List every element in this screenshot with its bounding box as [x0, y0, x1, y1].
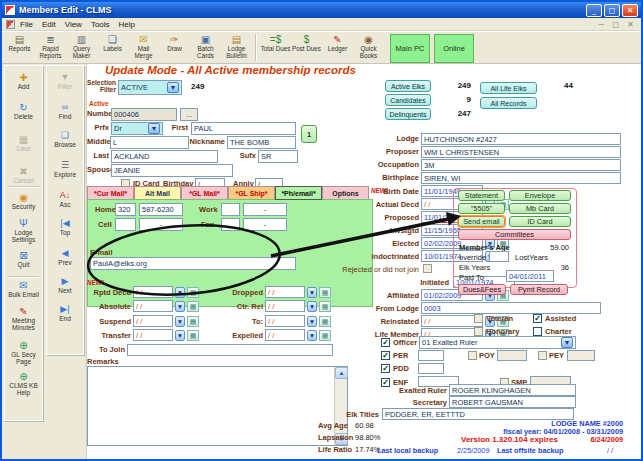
sidebar-item-quit[interactable]: ⊠Quit — [5, 250, 42, 268]
tab-cur-mail[interactable]: *Cur Mail* — [87, 186, 134, 199]
sidebar-item-security[interactable]: ◉Security — [5, 192, 42, 210]
toolbar-quick-books-button[interactable]: ◉Quick Books — [353, 33, 384, 62]
sidebar-item-asc[interactable]: A↓Asc — [47, 190, 83, 208]
restore-button[interactable]: ◻ — [604, 4, 620, 17]
toolbar-lodge-bulletin-button[interactable]: ▤Lodge Bulletin — [221, 33, 252, 62]
number-lookup-button[interactable]: ... — [180, 108, 198, 121]
exalted-ruler-field[interactable]: ROGER KLINGHAGEN — [449, 384, 576, 396]
sidebar-item-end[interactable]: ▶|End — [47, 304, 83, 322]
chevron-down-icon[interactable]: ▼ — [175, 301, 185, 312]
sidebar-item-browse[interactable]: ❏Browse — [47, 130, 83, 148]
menu-edit[interactable]: Edit — [42, 20, 56, 29]
sidebar-item-clms-kb-help[interactable]: ⊕CLMS KB Help — [5, 371, 42, 396]
fax-number-field[interactable]: - — [243, 218, 287, 231]
paid-to-field[interactable]: 04/01/2011 — [506, 270, 554, 282]
calendar-icon[interactable]: ▦ — [187, 330, 199, 341]
work-number-field[interactable]: - — [243, 203, 287, 216]
tab-gl-ship[interactable]: *GL Ship* — [228, 186, 275, 199]
override-field[interactable] — [489, 251, 509, 262]
candidates-button[interactable]: Candidates — [385, 94, 431, 106]
nickname-field[interactable]: THE BOMB — [227, 136, 296, 149]
toolbar-reports-button[interactable]: ▤Reports — [4, 33, 35, 62]
toolbar-labels-button[interactable]: ❏Labels — [97, 33, 128, 62]
chevron-down-icon[interactable]: ▼ — [167, 82, 179, 93]
last-name-field[interactable]: ACKLAND — [111, 150, 218, 163]
middle-name-field[interactable]: L — [110, 136, 189, 149]
calendar-icon[interactable]: ▦ — [187, 316, 199, 327]
remarks-textarea[interactable]: ▲ ▼ — [87, 366, 348, 446]
chevron-down-icon[interactable]: ▼ — [561, 337, 573, 348]
menu-view[interactable]: View — [65, 20, 82, 29]
menu-file[interactable]: File — [20, 20, 33, 29]
mdi-window-controls[interactable]: ─ ◻ ✕ — [599, 20, 637, 29]
poy-field[interactable] — [497, 350, 527, 361]
status-rptd-decd-field[interactable]: / / — [133, 286, 173, 298]
sidebar-item-add[interactable]: ✚Add — [5, 72, 42, 90]
status-transfer-field[interactable]: / / — [133, 329, 173, 341]
officer-checkbox[interactable]: ✓ — [381, 338, 390, 347]
chevron-down-icon[interactable]: ▼ — [175, 330, 185, 341]
sidebar-item-explore[interactable]: ☰Explore — [47, 160, 83, 178]
calendar-icon[interactable]: ▦ — [187, 301, 199, 312]
chevron-down-icon[interactable]: ▼ — [175, 316, 185, 327]
status-expelled-field[interactable]: / / — [265, 329, 305, 341]
assisted-checkbox[interactable]: ✓ — [533, 314, 542, 323]
first-name-field[interactable]: PAUL — [191, 122, 296, 135]
status-dropped-field[interactable]: / / — [265, 286, 305, 298]
calendar-icon[interactable]: ▦ — [187, 287, 199, 298]
active-elks-button[interactable]: Active Elks — [385, 80, 431, 92]
sidebar-item-meeting-minutes[interactable]: ✎Meeting Minutes — [5, 306, 42, 331]
calendar-icon[interactable]: ▦ — [319, 301, 331, 312]
occupation-field[interactable]: 3M — [421, 159, 621, 171]
toolbar-rapid-reports-button[interactable]: ≣Rapid Reports — [35, 33, 66, 62]
cell-area-field[interactable] — [115, 218, 136, 231]
sidebar-item-lodge-settings[interactable]: ΨLodge Settings — [5, 218, 42, 243]
toolbar-ledger-button[interactable]: ✎Ledger — [322, 33, 353, 62]
record-page-button[interactable]: 1 — [301, 125, 317, 143]
scroll-up-icon[interactable]: ▲ — [335, 367, 348, 379]
prfx-dropdown[interactable]: Dr ▼ — [111, 122, 163, 135]
all-records-button[interactable]: All Records — [480, 97, 537, 109]
proposer-field[interactable]: WM L CHRISTENSEN — [421, 146, 621, 158]
pymt-record-button[interactable]: Pymt Record — [510, 284, 568, 295]
veteran-checkbox[interactable] — [474, 314, 483, 323]
mb-card-button[interactable]: Mb Card — [509, 203, 571, 214]
tab-gl-mail[interactable]: *GL Mail* — [181, 186, 228, 199]
birthplace-field[interactable]: SIREN, WI — [421, 172, 621, 184]
chevron-down-icon[interactable]: ▼ — [307, 330, 317, 341]
status-to-field[interactable]: / / — [265, 315, 305, 327]
lodge-field[interactable]: HUTCHINSON #2427 — [421, 133, 621, 145]
from-lodge-field[interactable]: 0003 — [421, 302, 601, 314]
chevron-down-icon[interactable]: ▼ — [148, 123, 160, 134]
sidebar-item-delete[interactable]: ↻Delete — [5, 102, 42, 120]
online-indicator[interactable]: Online — [434, 34, 474, 63]
envelope-button[interactable]: Envelope — [509, 190, 571, 201]
calendar-icon[interactable]: ▦ — [319, 316, 331, 327]
tab-ph-email[interactable]: *Ph/email* — [275, 186, 322, 200]
chevron-down-icon[interactable]: ▼ — [307, 287, 317, 298]
pey-checkbox[interactable] — [538, 351, 547, 360]
home-number-field[interactable]: 587-6230 — [139, 203, 183, 216]
officer-dropdown[interactable]: 01 Exalted Ruler ▼ — [419, 336, 576, 349]
per-checkbox[interactable]: ✓ — [381, 351, 390, 360]
status-suspend-field[interactable]: / / — [133, 315, 173, 327]
toolbar-total-dues-button[interactable]: =$Total Dues — [260, 33, 291, 62]
main-pc-indicator[interactable]: Main PC — [390, 34, 430, 63]
id-card-button[interactable]: ID Card — [509, 216, 571, 227]
rejected-checkbox[interactable] — [423, 264, 432, 273]
honorary-checkbox[interactable] — [474, 327, 483, 336]
email-field[interactable]: PaulA@elks.org — [90, 257, 296, 270]
calendar-icon[interactable]: ▦ — [319, 330, 331, 341]
pdd-field[interactable] — [418, 363, 444, 374]
member-number-field[interactable]: 000406 — [111, 108, 177, 121]
sidebar-item-top[interactable]: |◀Top — [47, 218, 83, 236]
chevron-down-icon[interactable]: ▼ — [307, 301, 317, 312]
home-area-field[interactable]: 320 — [115, 203, 136, 216]
cell-number-field[interactable]: - — [139, 218, 183, 231]
pdd-checkbox[interactable]: ✓ — [381, 364, 390, 373]
sidebar-item-prev[interactable]: ◀Prev — [47, 248, 83, 266]
status-ctr-rel-field[interactable]: / / — [265, 300, 305, 312]
tab-alt-mail[interactable]: Alt Mail — [134, 186, 181, 199]
fax-area-field[interactable] — [221, 218, 240, 231]
selection-filter-dropdown[interactable]: ACTIVE ▼ — [118, 80, 182, 95]
